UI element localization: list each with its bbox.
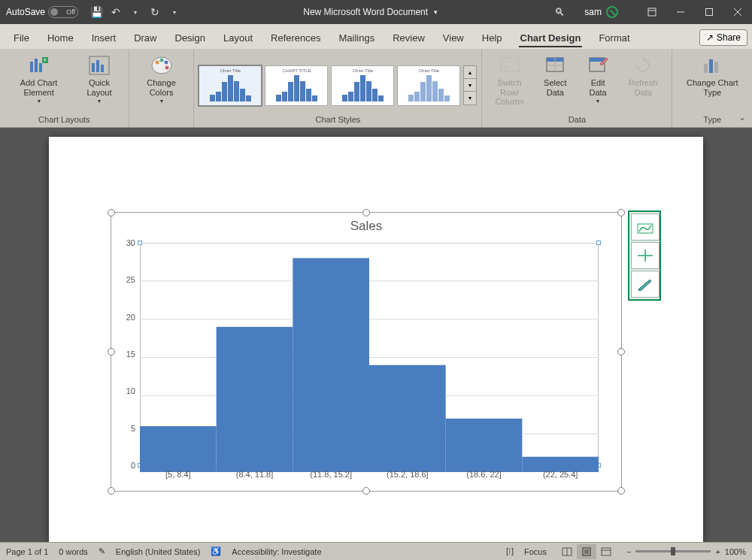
resize-handle[interactable] (108, 209, 115, 216)
gallery-scroll: ▴ ▾ ▾ (463, 65, 477, 105)
maximize-button[interactable] (695, 0, 723, 24)
tab-chart-design[interactable]: Chart Design (511, 26, 590, 49)
svg-rect-28 (709, 59, 713, 73)
select-data-button[interactable]: Select Data (534, 53, 577, 98)
document-title[interactable]: New Microsoft Word Document▾ (186, 7, 554, 17)
resize-handle[interactable] (362, 209, 370, 216)
status-page[interactable]: Page 1 of 1 (6, 547, 48, 556)
y-axis-tick: 30 (126, 238, 140, 247)
status-words[interactable]: 0 words (59, 547, 88, 556)
svg-rect-6 (30, 62, 33, 72)
x-axis-tick: (18.6, 22] (466, 465, 501, 479)
chart-filters-button[interactable] (631, 271, 660, 298)
collapse-ribbon-icon[interactable]: ⌄ (738, 112, 746, 123)
tab-layout[interactable]: Layout (214, 26, 262, 49)
undo-icon[interactable]: ↶ (107, 2, 125, 23)
redo-icon[interactable]: ↻ (146, 2, 164, 23)
accessibility-icon[interactable]: ♿ (211, 546, 221, 556)
ribbon-group-chart-styles: Chart Title CHART TITLE Chart Title Char… (194, 50, 482, 127)
tab-references[interactable]: References (262, 26, 329, 49)
gallery-more-icon[interactable]: ▾ (464, 92, 476, 104)
resize-handle[interactable] (617, 348, 625, 356)
change-colors-button[interactable]: Change Colors▾ (134, 53, 190, 106)
chart-elements-button[interactable] (631, 213, 660, 241)
tab-format[interactable]: Format (590, 26, 638, 49)
close-button[interactable] (723, 0, 752, 24)
ribbon-group-label: Chart Styles (199, 114, 477, 127)
autosave-control[interactable]: AutoSave Off (0, 6, 84, 18)
autosave-label: AutoSave (6, 7, 45, 17)
resize-handle[interactable] (617, 487, 625, 495)
ribbon-group-label: Data (487, 114, 667, 127)
ribbon: + Add Chart Element▾ Quick Layout▾ Chart… (0, 50, 752, 128)
resize-handle[interactable] (108, 487, 115, 495)
switch-label: Switch Row/ Column (490, 78, 529, 107)
tab-review[interactable]: Review (384, 26, 434, 49)
tab-file[interactable]: File (5, 26, 38, 49)
quick-layout-icon (87, 54, 111, 77)
minimize-button[interactable] (666, 0, 695, 24)
quick-layout-button[interactable]: Quick Layout▾ (74, 53, 123, 106)
chart-styles-button[interactable] (631, 242, 660, 269)
zoom-in-icon[interactable]: + (715, 547, 720, 556)
resize-handle[interactable] (108, 348, 115, 356)
status-bar: Page 1 of 1 0 words ✎ English (United St… (0, 542, 752, 560)
zoom-out-icon[interactable]: − (626, 547, 631, 556)
ribbon-display-icon[interactable] (638, 0, 666, 24)
svg-rect-27 (704, 64, 708, 73)
svg-point-16 (155, 61, 159, 65)
status-focus[interactable]: Focus (524, 547, 547, 556)
tab-draw[interactable]: Draw (125, 26, 165, 49)
undo-dropdown-icon[interactable]: ▾ (126, 2, 144, 23)
tab-view[interactable]: View (434, 26, 473, 49)
save-icon[interactable]: 💾 (87, 2, 105, 23)
web-layout-icon[interactable] (596, 544, 616, 559)
gallery-up-icon[interactable]: ▴ (464, 66, 476, 79)
x-axis-tick: (11.8, 15.2] (310, 465, 352, 479)
gallery-down-icon[interactable]: ▾ (464, 79, 476, 92)
refresh-data-button[interactable]: Refresh Data (619, 53, 667, 98)
share-icon: ↗ (706, 32, 714, 43)
chart-style-4[interactable]: Chart Title (397, 65, 460, 106)
read-mode-icon[interactable] (557, 544, 577, 559)
share-button[interactable]: ↗Share (699, 29, 747, 46)
page[interactable]: Sales 051015202530 [5, 8.4](8.4, 11.8](1… (49, 137, 703, 542)
tab-help[interactable]: Help (473, 26, 511, 49)
add-chart-element-button[interactable]: + Add Chart Element▾ (5, 53, 73, 106)
qat-customize-icon[interactable]: ▾ (165, 2, 183, 23)
zoom-slider[interactable] (635, 550, 711, 552)
svg-rect-38 (217, 327, 293, 472)
status-language[interactable]: English (United States) (116, 547, 201, 556)
change-chart-type-icon (700, 54, 724, 77)
tab-design[interactable]: Design (166, 26, 214, 49)
chart-object[interactable]: Sales 051015202530 [5, 8.4](8.4, 11.8](1… (111, 212, 622, 492)
chart-style-2[interactable]: CHART TITLE (265, 65, 328, 106)
chart-style-1[interactable]: Chart Title (199, 65, 262, 106)
zoom-level[interactable]: 100% (725, 547, 746, 556)
quick-layout-label: Quick Layout (77, 78, 120, 97)
user-account[interactable]: sam (578, 6, 624, 18)
change-chart-type-button[interactable]: Change Chart Type (677, 53, 747, 98)
switch-row-column-button[interactable]: Switch Row/ Column (487, 53, 532, 108)
svg-point-19 (165, 66, 168, 70)
resize-handle[interactable] (362, 487, 370, 495)
status-accessibility[interactable]: Accessibility: Investigate (232, 547, 321, 556)
edit-data-icon (586, 54, 610, 77)
tab-insert[interactable]: Insert (83, 26, 126, 49)
text-proof-icon[interactable]: ✎ (99, 546, 105, 556)
y-axis-tick: 0 (131, 461, 140, 470)
tab-mailings[interactable]: Mailings (330, 26, 384, 49)
tab-home[interactable]: Home (38, 26, 83, 49)
menu-bar: File Home Insert Draw Design Layout Refe… (0, 24, 752, 50)
print-layout-icon[interactable] (577, 544, 596, 559)
resize-handle[interactable] (617, 209, 625, 216)
search-icon[interactable]: 🔍︎ (554, 6, 565, 18)
plot-area[interactable]: 051015202530 [5, 8.4](8.4, 11.8](11.8, 1… (140, 243, 599, 465)
x-axis-tick: (22, 25.4] (543, 465, 578, 479)
refresh-icon (631, 54, 655, 77)
focus-icon[interactable]: [⁝] (506, 546, 514, 556)
edit-data-button[interactable]: Edit Data▾ (578, 53, 617, 106)
add-chart-element-icon: + (27, 54, 51, 77)
chart-style-3[interactable]: Chart Title (331, 65, 394, 106)
autosave-toggle[interactable]: Off (48, 6, 78, 18)
